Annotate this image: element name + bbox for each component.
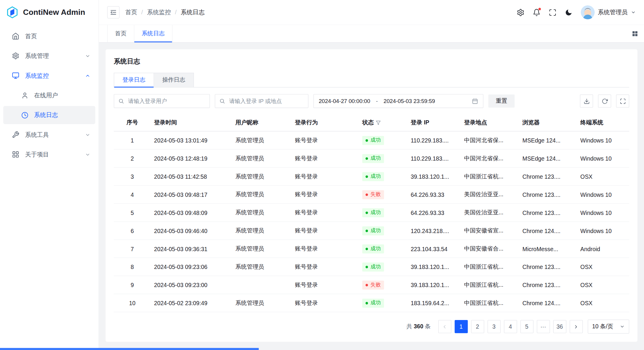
next-page-button[interactable] [569,320,583,333]
page-button-5[interactable]: 5 [520,320,533,333]
status-dot-icon [365,302,368,304]
cell-behavior: 账号登录 [292,222,359,240]
sidebar-item-about[interactable]: 关于项目 [3,145,95,164]
refresh-button[interactable] [598,94,611,107]
filter-icon[interactable] [376,120,381,125]
cell-ip: 110.229.183.... [407,131,461,149]
chevron-left-icon [442,324,447,329]
reset-button[interactable]: 重置 [488,94,515,107]
cell-browser: MSEdge 124... [519,131,577,149]
status-dot-icon [365,139,368,141]
cell-ip: 64.226.93.33 [407,186,461,204]
cell-ip: 39.183.120.1... [407,276,461,294]
cell-ip: 183.159.64.2... [407,294,461,312]
login-ip-input[interactable] [228,98,304,105]
table-header-row: 序号 登录时间 用户昵称 登录行为 状态 登录 IP 登录地点 浏览 [114,115,629,131]
cell-browser: Chrome 123.... [519,276,577,294]
cell-index: 9 [114,276,151,294]
sidebar-item-system-log[interactable]: 系统日志 [3,106,95,124]
chevron-down-icon [85,152,90,157]
status-dot-icon [365,284,368,286]
cell-index: 3 [114,167,151,186]
status-badge: 成功 [362,154,384,163]
export-button[interactable] [580,94,593,107]
page-button-2[interactable]: 2 [471,320,484,333]
table-row: 7 2024-05-03 09:36:31 系统管理员 账号登录 成功 223.… [114,240,629,258]
tab-operation-log[interactable]: 操作日志 [154,73,194,87]
cell-behavior: 账号登录 [292,131,359,149]
date-range-picker[interactable]: 2024-04-27 00:00:00 - 2024-05-03 23:59:5… [313,94,483,108]
fullscreen-button[interactable] [548,8,556,16]
login-ip-search[interactable] [215,94,308,108]
cell-location: 中国河北省保... [461,131,519,149]
table-row: 6 2024-05-03 09:46:40 系统管理员 账号登录 成功 120.… [114,222,629,240]
tab-list-button[interactable] [632,25,638,42]
cell-os: Windows 10 [577,149,629,167]
cell-index: 8 [114,258,151,276]
chevron-down-icon [85,132,90,137]
cell-os: OSX [577,167,629,186]
sidebar-item-system-management[interactable]: 系统管理 [3,47,95,65]
cell-index: 5 [114,204,151,222]
table-fullscreen-button[interactable] [616,94,629,107]
cell-location: 美国佐治亚亚... [461,204,519,222]
user-menu[interactable]: 系统管理员 [580,5,636,19]
log-table-body: 1 2024-05-03 13:01:49 系统管理员 账号登录 成功 110.… [114,131,629,312]
sidebar-item-system-tools[interactable]: 系统工具 [3,126,95,144]
chevron-right-icon [573,324,579,329]
cell-browser: MicroMesse... [519,240,577,258]
horizontal-scrollbar-thumb[interactable] [0,348,259,350]
sidebar-item-online-users[interactable]: 在线用户 [3,86,95,104]
cell-location: 中国浙江省杭... [461,294,519,312]
app-logo[interactable]: ContiNew Admin [0,0,99,25]
page-button-36[interactable]: 36 [553,320,566,333]
cell-location: 中国河北省保... [461,149,519,167]
page-ellipsis-button[interactable]: ··· [537,320,550,333]
sidebar-item-label: 系统工具 [25,131,79,139]
page-title: 系统日志 [114,58,629,66]
breadcrumb-item-monitor[interactable]: 系统监控 [147,8,171,16]
cell-index: 2 [114,149,151,167]
header-actions: 系统管理员 [516,5,636,19]
settings-button[interactable] [516,8,524,16]
chevron-down-icon [631,10,636,15]
tab-label: 登录日志 [122,76,145,83]
cell-index: 6 [114,222,151,240]
tab-system-log[interactable]: 系统日志 [134,25,173,42]
page-size-select[interactable]: 10 条/页 [588,320,629,334]
wrench-icon [12,131,19,138]
cell-status: 失败 [359,276,407,294]
sidebar-item-label: 系统监控 [25,72,79,79]
sidebar-item-system-monitor[interactable]: 系统监控 [3,66,95,85]
logo-icon [6,6,19,19]
cell-login-time: 2024-05-03 09:36:31 [151,240,232,258]
cell-nickname: 系统管理员 [232,186,292,204]
prev-page-button[interactable] [438,320,451,333]
cell-nickname: 系统管理员 [232,258,292,276]
column-header-index: 序号 [114,115,151,131]
cell-status: 失败 [359,186,407,204]
sidebar-item-home[interactable]: 首页 [3,27,95,45]
page-button-4[interactable]: 4 [504,320,517,333]
column-header-time: 登录时间 [151,115,232,131]
login-user-input[interactable] [127,98,205,105]
table-row: 4 2024-05-03 09:48:17 系统管理员 账号登录 失败 64.2… [114,186,629,204]
cell-index: 7 [114,240,151,258]
breadcrumb-item-home[interactable]: 首页 [125,8,137,16]
status-badge: 成功 [362,262,384,271]
status-badge: 成功 [362,172,384,181]
cell-nickname: 系统管理员 [232,167,292,186]
page-button-3[interactable]: 3 [487,320,500,333]
cell-browser: Chrome 124.... [519,294,577,312]
tab-login-log[interactable]: 登录日志 [114,73,154,87]
dark-mode-button[interactable] [564,8,572,16]
cell-status: 成功 [359,131,407,149]
cell-status: 成功 [359,240,407,258]
notifications-button[interactable] [532,8,540,16]
search-icon [219,98,225,104]
sidebar-collapse-button[interactable] [107,6,119,19]
login-user-search[interactable] [114,94,210,108]
page-button-1[interactable]: 1 [455,320,468,333]
tab-home[interactable]: 首页 [107,25,134,42]
cell-behavior: 账号登录 [292,276,359,294]
